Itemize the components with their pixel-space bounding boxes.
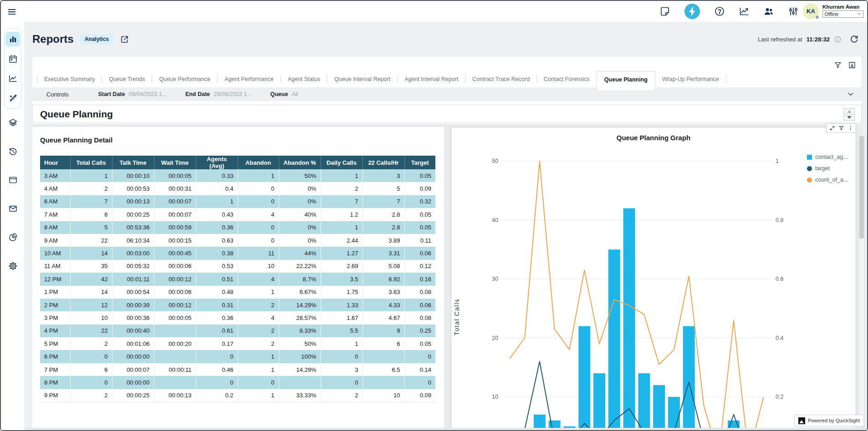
filter-icon[interactable] bbox=[834, 61, 842, 69]
export-download-icon[interactable] bbox=[848, 61, 856, 69]
table-cell: 0% bbox=[279, 182, 321, 195]
table-cell: 2 bbox=[70, 337, 112, 350]
table-cell: 3.31 bbox=[363, 247, 404, 259]
tab-agent-status[interactable]: Agent Status bbox=[281, 71, 327, 87]
table-cell: 1.75 bbox=[321, 286, 363, 299]
svg-text:20: 20 bbox=[492, 335, 498, 341]
tab-queue-performance[interactable]: Queue Performance bbox=[152, 71, 217, 87]
line-series-countofa[interactable] bbox=[510, 161, 763, 431]
column-header[interactable]: Hour bbox=[40, 156, 70, 169]
table-cell: 14.29% bbox=[279, 299, 321, 311]
table-cell: 3 PM bbox=[40, 311, 70, 324]
visual-filter-icon[interactable] bbox=[838, 125, 844, 131]
chart-grid: 501400.8300.6200.4100.2 bbox=[492, 158, 783, 400]
collapse-chevron-icon[interactable] bbox=[847, 91, 854, 98]
report-tabs: Executive SummaryQueue TrendsQueue Perfo… bbox=[37, 71, 834, 87]
tab-queue-interval-report[interactable]: Queue Interval Report bbox=[327, 71, 397, 87]
tab-queue-planning[interactable]: Queue Planning bbox=[597, 71, 655, 90]
table-cell: 0.11 bbox=[404, 234, 435, 247]
table-row: 9 PM200:00:2500:00:130.2133.33%2100.09 bbox=[40, 389, 435, 402]
column-header[interactable]: Agents (Avg) bbox=[196, 156, 238, 169]
table-cell: 00:00:06 bbox=[154, 286, 196, 299]
scrollbar-thumb[interactable] bbox=[859, 136, 864, 238]
bottom-scrollbar[interactable] bbox=[25, 428, 867, 430]
sidebar-item-mail[interactable] bbox=[5, 201, 20, 216]
column-header[interactable]: Abandon bbox=[238, 156, 279, 169]
maximize-icon[interactable] bbox=[829, 125, 835, 131]
column-header[interactable]: Daily Calls bbox=[321, 156, 363, 169]
table-cell: 11 bbox=[238, 247, 279, 259]
sidebar-item-line-chart[interactable] bbox=[5, 71, 20, 86]
sidebar-item-gear[interactable] bbox=[5, 259, 20, 273]
page-up-button[interactable] bbox=[844, 109, 854, 115]
table-visual-panel[interactable]: Queue Planning Detail HourTotal CallsTal… bbox=[32, 127, 444, 430]
info-icon[interactable] bbox=[834, 35, 842, 43]
sidebar-item-window[interactable] bbox=[5, 172, 20, 187]
control-queue[interactable]: QueueAll bbox=[270, 91, 298, 97]
status-select[interactable]: Offline bbox=[822, 10, 863, 18]
kebab-menu-icon[interactable] bbox=[848, 125, 853, 131]
column-header[interactable]: Abandon % bbox=[279, 156, 321, 169]
svg-text:1: 1 bbox=[776, 158, 779, 164]
tab-contract-trace-record[interactable]: Contract Trace Record bbox=[465, 71, 536, 87]
note-icon[interactable] bbox=[659, 6, 670, 17]
table-row: 2 PM1200:00:3900:00:120.31214.29%1.334.3… bbox=[40, 299, 435, 311]
sliders-icon[interactable] bbox=[788, 6, 799, 17]
sidebar-item-pie-chart[interactable] bbox=[5, 230, 20, 244]
refresh-icon[interactable] bbox=[849, 35, 859, 44]
help-icon[interactable] bbox=[714, 6, 725, 17]
bars-series-contactag[interactable] bbox=[504, 208, 769, 431]
table-cell: 0.09 bbox=[404, 389, 435, 402]
legend-item-contactag[interactable]: contact_ag... bbox=[807, 154, 848, 160]
vertical-scrollbar[interactable] bbox=[858, 135, 865, 427]
table-row: 4 AM200:00:5300:00:310.400%250.09 bbox=[40, 182, 435, 195]
table-cell: 0.51 bbox=[196, 273, 238, 285]
column-header[interactable]: Target bbox=[404, 156, 435, 169]
tab-wrap-up-performance[interactable]: Wrap-Up Performance bbox=[655, 71, 726, 87]
table-cell: 2 bbox=[70, 389, 112, 402]
table-cell: 0 bbox=[70, 350, 112, 363]
table-cell: 0.09 bbox=[404, 182, 435, 195]
sidebar-item-history[interactable] bbox=[5, 144, 20, 158]
legend-item-target[interactable]: target bbox=[807, 165, 848, 172]
tab-queue-trends[interactable]: Queue Trends bbox=[102, 71, 152, 87]
control-start-date[interactable]: Start Date09/04/2023 1... bbox=[98, 91, 166, 97]
sidebar-item-layers[interactable] bbox=[5, 115, 20, 130]
table-cell: 0.4 bbox=[196, 182, 238, 195]
tab-contact-forensics[interactable]: Contact Forensics bbox=[537, 71, 597, 87]
column-header[interactable]: 22 Calls/Hr bbox=[363, 156, 404, 169]
table-cell: 0.17 bbox=[196, 337, 238, 350]
table-cell: 10 AM bbox=[40, 247, 70, 259]
user-menu[interactable]: KA Khurram Awan Offline bbox=[803, 3, 863, 19]
user-name: Khurram Awan bbox=[822, 4, 863, 10]
table-cell: 6 bbox=[363, 337, 404, 350]
table-cell: 22 bbox=[70, 325, 112, 337]
table-cell: 0.33 bbox=[196, 169, 238, 182]
table-cell bbox=[154, 350, 196, 363]
control-end-date[interactable]: End Date29/05/2023 1... bbox=[185, 91, 252, 97]
bolt-icon[interactable] bbox=[684, 3, 700, 20]
tab-agent-interval-report[interactable]: Agent Interval Report bbox=[398, 71, 465, 87]
column-header[interactable]: Wait Time bbox=[154, 156, 196, 169]
sidebar-item-design[interactable] bbox=[5, 91, 20, 105]
sidebar-item-bar-chart[interactable] bbox=[5, 32, 20, 46]
table-cell: 1 bbox=[321, 169, 363, 182]
sidebar-item-calendar[interactable] bbox=[5, 51, 20, 66]
table-cell: 7 PM bbox=[40, 363, 70, 376]
legend-item-countofa[interactable]: count_of_a... bbox=[807, 177, 848, 183]
column-header[interactable]: Talk Time bbox=[112, 156, 154, 169]
table-cell: 5 bbox=[70, 221, 112, 234]
agents-icon[interactable] bbox=[763, 6, 774, 17]
tab-executive-summary[interactable]: Executive Summary bbox=[37, 71, 102, 87]
external-link-icon[interactable] bbox=[120, 35, 129, 44]
page-down-button[interactable] bbox=[844, 115, 854, 120]
sheet-pager bbox=[843, 108, 855, 121]
metrics-icon[interactable] bbox=[739, 6, 750, 17]
chart-visual-panel[interactable]: Queue Planning Graph Total Calls 501400.… bbox=[451, 127, 856, 430]
table-cell: 7 AM bbox=[40, 208, 70, 221]
tab-agent-performance[interactable]: Agent Performance bbox=[218, 71, 281, 87]
table-cell: 00:00:40 bbox=[112, 325, 154, 337]
hamburger-menu-icon[interactable] bbox=[7, 7, 17, 17]
table-cell: 0.36 bbox=[196, 221, 238, 234]
column-header[interactable]: Total Calls bbox=[70, 156, 112, 169]
